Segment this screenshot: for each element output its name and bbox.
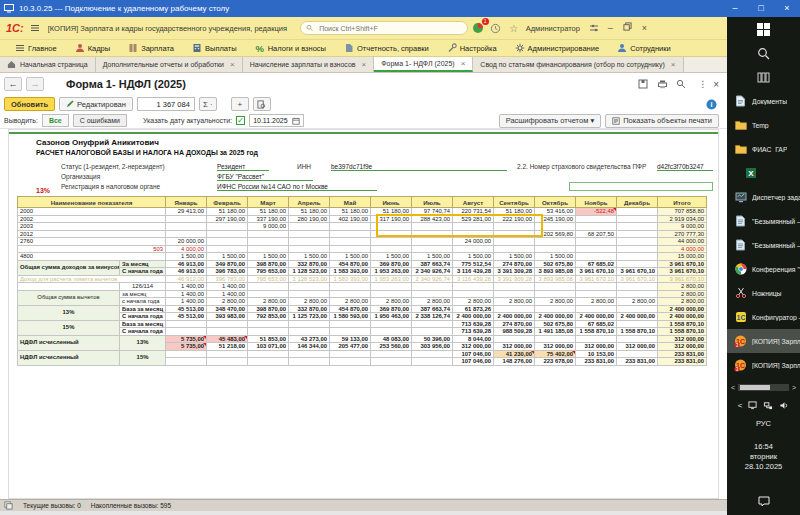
table-cell[interactable] (576, 335, 617, 343)
table-cell[interactable] (289, 245, 330, 253)
save-icon[interactable] (635, 76, 651, 92)
table-cell[interactable]: 220 731,54 (453, 208, 494, 216)
table-cell[interactable]: 2 340 926,74 (412, 275, 453, 283)
table-cell[interactable]: 3 961 670,10 (658, 268, 707, 276)
table-cell[interactable] (289, 328, 330, 336)
actuality-date-checkbox[interactable]: ✓ (236, 116, 245, 125)
table-cell[interactable]: 205 477,00 (330, 343, 371, 351)
table-cell[interactable] (248, 230, 289, 238)
table-cell[interactable] (535, 283, 576, 291)
table-cell[interactable]: 1 500,00 (207, 253, 248, 261)
table-cell[interactable] (166, 350, 207, 358)
table-cell[interactable]: 1 583 393,00 (330, 268, 371, 276)
table-cell[interactable]: 10 153,00 (576, 350, 617, 358)
table-cell[interactable]: 3 961 670,10 (617, 268, 658, 276)
table-cell[interactable]: 4 000,00 (166, 245, 207, 253)
rdp-maximize-button[interactable]: □ (748, 0, 774, 17)
table-cell[interactable] (166, 215, 207, 223)
table-cell[interactable]: 1 558 870,10 (576, 328, 617, 336)
table-cell[interactable] (412, 283, 453, 291)
table-cell[interactable] (289, 238, 330, 246)
table-cell[interactable]: 2 800,00 (371, 298, 412, 306)
table-cell[interactable] (617, 305, 658, 313)
table-cell[interactable]: 51 180,00 (207, 208, 248, 216)
table-cell[interactable]: 2 800,00 (207, 298, 248, 306)
table-cell[interactable]: 288 423,00 (412, 215, 453, 223)
table-cell[interactable]: 1 400,00 (166, 290, 207, 298)
table-cell[interactable] (412, 358, 453, 366)
table-cell[interactable]: 387 663,74 (412, 305, 453, 313)
table-cell[interactable]: 13% (120, 335, 166, 350)
favorites-star-icon[interactable]: ☆ (506, 20, 522, 36)
table-cell[interactable] (535, 290, 576, 298)
taskbar-item-fias-gar[interactable]: ФИАС_ГАР (727, 137, 800, 161)
tab-close-icon[interactable]: × (671, 60, 676, 69)
table-cell[interactable]: 1 500,00 (166, 253, 207, 261)
table-cell[interactable]: 51 218,00 (207, 343, 248, 351)
table-cell[interactable]: 396 783,00 (207, 268, 248, 276)
table-cell[interactable]: 9 000,00 (658, 223, 707, 231)
table-cell[interactable] (371, 245, 412, 253)
table-cell[interactable]: 51 180,00 (289, 208, 330, 216)
table-cell[interactable]: 1 500,00 (289, 253, 330, 261)
tray-expand-icon[interactable]: < (738, 401, 743, 410)
rdp-close-button[interactable]: × (774, 0, 800, 17)
table-cell[interactable] (494, 335, 535, 343)
table-cell[interactable] (535, 305, 576, 313)
table-cell[interactable]: 393 983,00 (207, 313, 248, 321)
table-cell[interactable]: 2760 (18, 238, 166, 246)
filter-errors-button[interactable]: С ошибками (73, 114, 127, 127)
table-cell[interactable] (576, 223, 617, 231)
table-cell[interactable] (166, 320, 207, 328)
edited-button[interactable]: Редактирован (59, 97, 133, 111)
table-cell[interactable]: 1 558 870,10 (658, 328, 707, 336)
table-cell[interactable]: 5 735,00 (166, 343, 207, 351)
table-cell[interactable]: 337 190,00 (248, 215, 289, 223)
table-cell[interactable] (453, 223, 494, 231)
table-cell[interactable] (412, 350, 453, 358)
table-cell[interactable]: 2002 (18, 215, 166, 223)
table-cell[interactable]: 1 558 870,10 (617, 328, 658, 336)
table-cell[interactable]: База за месяц (120, 305, 166, 313)
show-print-objects-button[interactable]: Показать объекты печати (605, 114, 719, 128)
table-cell[interactable]: 332 870,00 (289, 305, 330, 313)
table-cell[interactable] (330, 290, 371, 298)
table-cell[interactable]: 233 831,00 (617, 358, 658, 366)
table-cell[interactable] (617, 283, 658, 291)
table-cell[interactable] (412, 290, 453, 298)
table-cell[interactable]: 2 800,00 (535, 298, 576, 306)
table-cell[interactable]: 46 913,00 (166, 268, 207, 276)
taskbar-item-excel[interactable]: X (727, 161, 800, 185)
table-cell[interactable] (330, 230, 371, 238)
table-cell[interactable]: 13% (18, 305, 120, 320)
table-cell[interactable] (330, 350, 371, 358)
table-cell[interactable]: за месяц (120, 290, 166, 298)
table-cell[interactable]: 2 800,00 (412, 298, 453, 306)
table-cell[interactable]: 67 685,02 (576, 320, 617, 328)
table-cell[interactable]: 707 858,80 (658, 208, 707, 216)
table-cell[interactable]: 223 678,00 (535, 358, 576, 366)
table-cell[interactable] (330, 283, 371, 291)
app-close-button[interactable]: × (636, 17, 653, 39)
table-cell[interactable]: 3 961 670,10 (658, 260, 707, 268)
table-cell[interactable]: 1 500,00 (453, 253, 494, 261)
table-cell[interactable]: 1 500,00 (371, 253, 412, 261)
back-button[interactable]: ← (4, 77, 22, 91)
table-cell[interactable]: 2 400 000,00 (658, 313, 707, 321)
table-cell[interactable]: 2 340 926,74 (412, 268, 453, 276)
clock[interactable]: 16:54 вторник 28.10.2025 (727, 442, 800, 472)
table-cell[interactable] (330, 245, 371, 253)
table-cell[interactable] (248, 283, 289, 291)
table-cell[interactable] (371, 350, 412, 358)
table-cell[interactable] (494, 305, 535, 313)
app-restore-button[interactable] (619, 17, 636, 39)
table-cell[interactable] (412, 245, 453, 253)
table-cell[interactable] (371, 223, 412, 231)
crosshair-icon[interactable]: + (231, 97, 249, 111)
table-cell[interactable]: 2 800,00 (658, 298, 707, 306)
table-cell[interactable]: 2 338 126,74 (412, 313, 453, 321)
table-cell[interactable]: 2 400 000,00 (535, 313, 576, 321)
table-cell[interactable]: 713 639,28 (453, 328, 494, 336)
table-cell[interactable]: 51 853,00 (248, 335, 289, 343)
table-cell[interactable] (248, 290, 289, 298)
